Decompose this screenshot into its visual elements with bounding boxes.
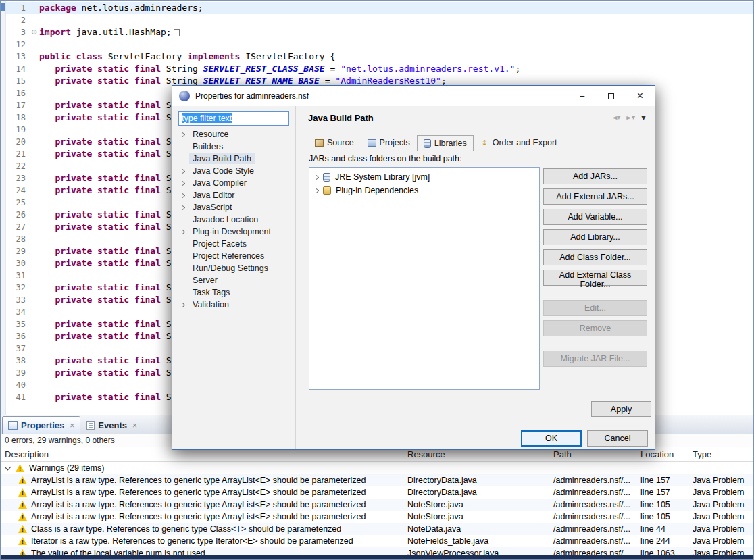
add-jars-button[interactable]: Add JARs...: [543, 168, 647, 184]
tree-item-resource[interactable]: Resource: [175, 128, 294, 141]
problem-row[interactable]: !ArrayList is a raw type. References to …: [1, 499, 753, 511]
fold-column: [29, 391, 39, 403]
tab-projects[interactable]: Projects: [361, 134, 417, 151]
view-menu-icon[interactable]: ▼: [641, 114, 646, 121]
problem-description-cell: !ArrayList is a raw type. References to …: [1, 511, 403, 523]
tree-item-project-references[interactable]: Project References: [175, 250, 294, 262]
code-line[interactable]: 13public class ServletFactory implements…: [6, 51, 753, 63]
build-path-list[interactable]: JRE System Library [jvm]Plug-in Dependen…: [309, 167, 540, 390]
line-number: 3: [6, 26, 29, 39]
tab-order-and-export[interactable]: Order and Export: [474, 134, 564, 151]
add-external-class-folder-button[interactable]: Add External Class Folder...: [543, 270, 647, 286]
fold-column: [29, 245, 39, 257]
problem-type: Java Problem: [688, 511, 753, 523]
dialog-titlebar[interactable]: Properties for adminreaders.nsf − ×: [172, 86, 655, 106]
code-line[interactable]: 3⊕import java.util.HashMap;: [6, 26, 753, 39]
tree-item-label: Java Build Path: [189, 153, 255, 164]
code-line[interactable]: 1package net.lotus.adminreaders;: [6, 2, 753, 14]
code-text: private static final S: [39, 282, 172, 294]
fold-plus-icon[interactable]: ⊕: [29, 26, 39, 39]
chevron-right-icon[interactable]: [180, 205, 185, 209]
close-button[interactable]: ×: [626, 86, 655, 106]
tree-item-java-code-style[interactable]: Java Code Style: [175, 165, 294, 177]
chevron-right-icon[interactable]: [180, 168, 185, 173]
edit-button: Edit...: [543, 300, 647, 316]
line-number: 31: [6, 270, 29, 282]
filter-input[interactable]: type filter text: [178, 111, 289, 126]
problem-resource: DirectoryData.java: [403, 474, 549, 486]
tree-item-builders[interactable]: Builders: [175, 141, 294, 153]
list-item-plug-in-dependencies[interactable]: Plug-in Dependencies: [309, 184, 539, 197]
tree-item-label: JavaScript: [189, 202, 235, 213]
add-library-button[interactable]: Add Library...: [543, 229, 647, 245]
code-line[interactable]: 14 private static final String SERVLET_R…: [6, 63, 753, 75]
apply-button[interactable]: Apply: [591, 401, 651, 417]
tab-source[interactable]: Source: [308, 134, 361, 151]
minimize-button[interactable]: −: [568, 86, 597, 106]
fold-column: [29, 270, 39, 282]
maximize-button[interactable]: [597, 86, 626, 106]
add-class-folder-button[interactable]: Add Class Folder...: [543, 249, 647, 265]
tree-item-label: Java Editor: [189, 190, 238, 201]
tree-item-java-compiler[interactable]: Java Compiler: [175, 177, 294, 189]
chevron-right-icon[interactable]: [314, 188, 319, 193]
fold-column: [29, 367, 39, 379]
code-text: private static final S: [39, 391, 172, 403]
tree-item-project-facets[interactable]: Project Facets: [175, 238, 294, 250]
tree-item-java-build-path[interactable]: Java Build Path: [175, 153, 294, 165]
tree-item-java-editor[interactable]: Java Editor: [175, 189, 294, 201]
chevron-right-icon[interactable]: [314, 174, 319, 179]
tree-item-plug-in-development[interactable]: Plug-in Development: [175, 226, 294, 238]
expand-chevron-icon[interactable]: [5, 464, 11, 471]
problem-row[interactable]: !ArrayList is a raw type. References to …: [1, 486, 753, 499]
chevron-right-icon[interactable]: [180, 229, 185, 234]
tree-item-run-debug-settings[interactable]: Run/Debug Settings: [175, 262, 294, 274]
chevron-right-icon[interactable]: [180, 180, 185, 185]
code-line[interactable]: 2: [6, 14, 753, 26]
problem-type: Java Problem: [688, 499, 753, 511]
fold-column: [29, 282, 39, 294]
fold-column: [29, 148, 39, 160]
code-line[interactable]: 12: [6, 39, 753, 51]
list-item-jre-system-library-jvm[interactable]: JRE System Library [jvm]: [309, 170, 539, 184]
tab-properties-label: Properties: [21, 420, 64, 430]
chevron-right-icon[interactable]: [180, 193, 185, 197]
cancel-button[interactable]: Cancel: [587, 430, 648, 447]
fold-column: [29, 306, 39, 318]
close-icon[interactable]: ×: [70, 421, 74, 430]
add-variable-button[interactable]: Add Variable...: [543, 209, 647, 225]
line-number: 30: [6, 257, 29, 270]
line-number: 23: [6, 172, 29, 184]
tree-item-validation[interactable]: Validation: [175, 299, 294, 311]
add-external-jars-button[interactable]: Add External JARs...: [543, 188, 647, 205]
tab-properties[interactable]: Properties ×: [2, 416, 80, 434]
tab-libraries[interactable]: Libraries: [417, 135, 474, 151]
line-number: 36: [6, 330, 29, 342]
chevron-right-icon[interactable]: [180, 302, 185, 307]
ok-button[interactable]: OK: [521, 430, 582, 447]
line-number: 41: [6, 391, 29, 403]
bottom-strip: [1, 555, 753, 559]
line-number: 15: [6, 75, 29, 87]
warnings-group-row[interactable]: ! Warnings (29 items): [1, 462, 753, 474]
chevron-right-icon[interactable]: [180, 132, 185, 136]
back-arrow-icon[interactable]: ◄▾: [612, 113, 621, 121]
problem-row[interactable]: !ArrayList is a raw type. References to …: [1, 511, 753, 523]
tree-item-javascript[interactable]: JavaScript: [175, 201, 294, 213]
column-header-type[interactable]: Type: [688, 447, 753, 461]
tab-events[interactable]: Events ×: [80, 416, 143, 434]
line-number: 20: [6, 136, 29, 148]
list-item-label: JRE System Library [jvm]: [335, 172, 430, 182]
problem-row[interactable]: !Class is a raw type. References to gene…: [1, 523, 753, 535]
problem-description: Class is a raw type. References to gener…: [31, 524, 341, 534]
close-icon[interactable]: ×: [132, 421, 137, 430]
problem-description-cell: !Class is a raw type. References to gene…: [1, 523, 403, 535]
tree-item-label: Javadoc Location: [189, 214, 261, 225]
forward-arrow-icon[interactable]: ►▾: [626, 113, 635, 121]
problem-row[interactable]: !ArrayList is a raw type. References to …: [1, 474, 753, 486]
problem-row[interactable]: !Iterator is a raw type. References to g…: [1, 535, 753, 547]
tree-item-server[interactable]: Server: [175, 274, 294, 286]
tree-item-task-tags[interactable]: Task Tags: [175, 286, 294, 299]
tree-item-javadoc-location[interactable]: Javadoc Location: [175, 213, 294, 226]
fold-column: [29, 221, 39, 233]
